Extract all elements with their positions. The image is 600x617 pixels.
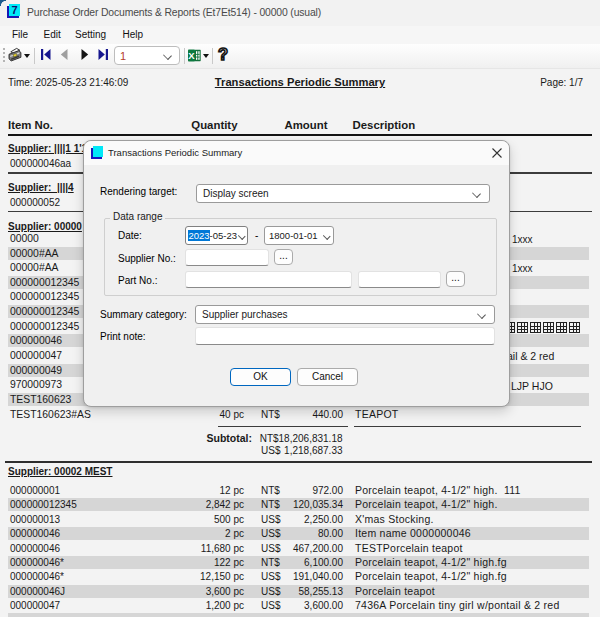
svg-text:X: X: [188, 49, 195, 60]
